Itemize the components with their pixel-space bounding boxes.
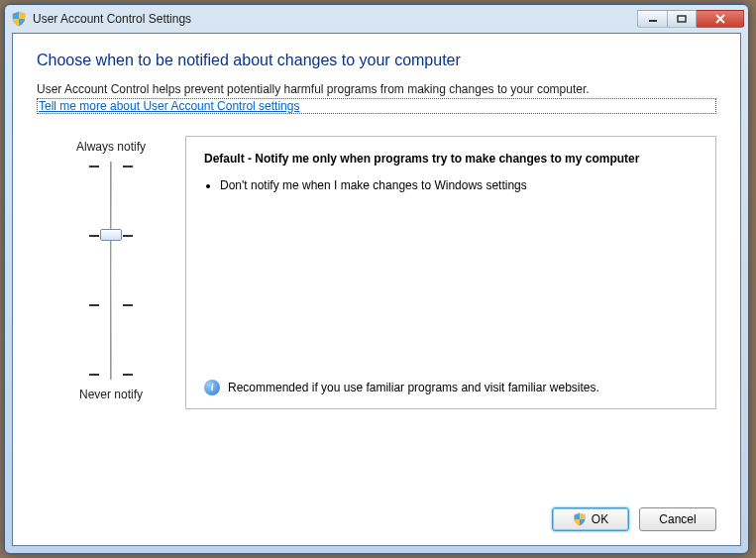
uac-settings-window: User Account Control Settings Choose whe… [4,4,749,554]
slider-tick [89,304,133,305]
slider-thumb[interactable] [100,229,122,241]
client-area: Choose when to be notified about changes… [12,33,741,546]
slider-label-top: Always notify [76,140,146,154]
slider-tick [89,166,133,167]
slider-track-line [110,162,112,380]
body-area: Always notify Never notify Default - Not… [37,136,716,409]
notification-slider: Always notify Never notify [37,136,185,409]
ok-button-label: OK [592,512,608,526]
description-panel: Default - Notify me only when programs t… [185,136,716,409]
titlebar[interactable]: User Account Control Settings [5,5,748,33]
minimize-button[interactable] [637,10,667,28]
svg-rect-1 [678,16,686,22]
window-controls [637,10,744,28]
recommendation-row: i Recommended if you use familiar progra… [204,380,700,396]
slider-track[interactable] [81,162,141,380]
slider-tick [89,374,133,375]
button-row: OK Cancel [37,490,716,531]
recommendation-text: Recommended if you use familiar programs… [228,380,599,396]
description-list: Don't notify me when I make changes to W… [220,177,700,200]
uac-shield-icon [573,512,587,526]
info-icon: i [204,380,220,395]
close-button[interactable] [697,10,744,28]
cancel-button[interactable]: Cancel [639,507,716,531]
maximize-button[interactable] [667,10,697,28]
ok-button[interactable]: OK [552,507,629,531]
description-title: Default - Notify me only when programs t… [204,151,700,167]
description-bullet: Don't notify me when I make changes to W… [220,177,700,194]
uac-shield-icon [11,11,27,27]
intro-text: User Account Control helps prevent poten… [37,81,716,98]
window-title: User Account Control Settings [33,12,637,26]
help-link[interactable]: Tell me more about User Account Control … [37,98,716,114]
page-heading: Choose when to be notified about changes… [37,52,716,69]
svg-rect-0 [649,20,657,22]
slider-label-bottom: Never notify [79,388,143,401]
cancel-button-label: Cancel [659,512,696,526]
